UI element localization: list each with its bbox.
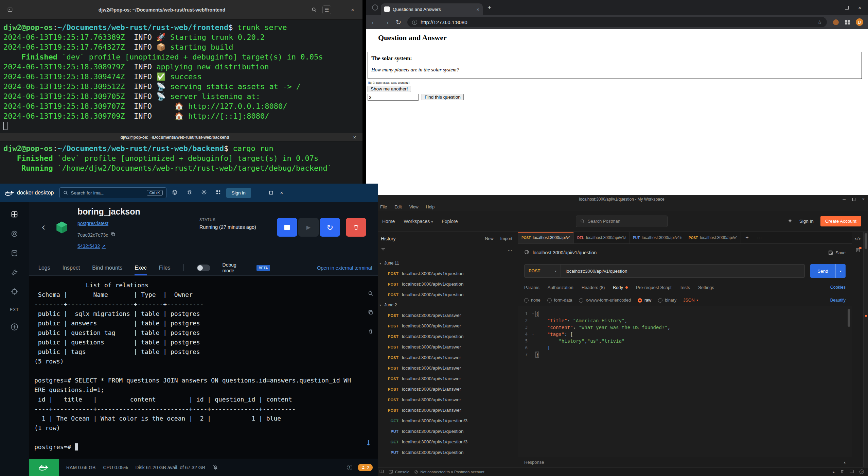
debug-mode-toggle[interactable] [197, 265, 210, 271]
request-subtab-pre-request-script[interactable]: Pre-request Script [636, 285, 672, 290]
open-external-terminal-link[interactable]: Open in external terminal [317, 265, 372, 271]
create-account-button[interactable]: Create Account [820, 216, 861, 226]
docker-search-input[interactable]: Search for ima... Ctrl+K [59, 187, 166, 198]
code-snippet-icon[interactable]: </> [854, 237, 861, 241]
sidebar-dev-environments-icon[interactable] [11, 288, 18, 296]
request-tab[interactable]: PUTlocalhost:3000/api/v1/qu... [630, 232, 685, 243]
delete-button[interactable] [346, 218, 366, 237]
request-tab[interactable]: POSTlocalhost:3000/api/v1/a... [685, 232, 741, 243]
nav-explore[interactable]: Explore [442, 219, 458, 224]
container-port-link[interactable]: 5432:5432 ↗ [77, 243, 106, 249]
body-mode-form-data[interactable]: form-data [547, 298, 572, 303]
terminal-search-icon[interactable] [368, 289, 373, 299]
profile-avatar[interactable]: D [856, 18, 863, 26]
terminal1-content[interactable]: djw2@pop-os:~/Documents/web-rust/rust-we… [0, 20, 362, 134]
sidebar-images-icon[interactable] [11, 230, 18, 239]
url-bar[interactable]: i http://127.0.0.1:8080 ☆ [407, 17, 827, 27]
menu-view[interactable]: View [409, 205, 419, 209]
new-button[interactable]: New [485, 236, 494, 241]
history-item[interactable]: GETlocalhost:3000/api/v1/question/3 [375, 415, 518, 426]
body-mode-raw[interactable]: raw [638, 298, 651, 303]
split-pane-icon[interactable] [850, 469, 854, 474]
extensions-menu-icon[interactable] [845, 20, 850, 24]
console-button[interactable]: Console [389, 470, 409, 474]
postman-close-button[interactable]: × [862, 197, 865, 202]
menu-file[interactable]: File [380, 205, 387, 209]
docker-maximize-button[interactable] [269, 191, 273, 194]
history-item[interactable]: POSTlocalhost:3000/api/v1/answer [375, 321, 518, 331]
history-item[interactable]: POSTlocalhost:3000/api/v1/answer [375, 342, 518, 352]
engine-status-indicator[interactable] [29, 459, 59, 476]
sidebar-builds-icon[interactable] [11, 269, 18, 277]
runner-icon[interactable]: ▸ [833, 470, 835, 474]
restart-button[interactable]: ↻ [320, 218, 340, 237]
site-info-icon[interactable]: i [412, 20, 417, 25]
save-button[interactable]: Save [828, 250, 846, 255]
docker-minimize-button[interactable]: ─ [259, 190, 262, 196]
docker-tab-files[interactable]: Files [159, 260, 171, 275]
history-group-header[interactable]: ▾June 11 [375, 258, 518, 268]
language-select[interactable]: JSON▾ [683, 298, 698, 303]
settings-gear-icon[interactable] [201, 189, 207, 197]
menu-help[interactable]: Help [426, 205, 435, 209]
tab-close-icon[interactable]: × [476, 6, 479, 12]
postman-sign-in-button[interactable]: Sign In [799, 219, 814, 224]
extension-icon[interactable] [833, 19, 839, 25]
nav-workspaces[interactable]: Workspaces▾ [404, 219, 433, 224]
back-icon[interactable]: ← [371, 18, 377, 26]
browser-maximize-button[interactable] [845, 6, 849, 10]
terminal1-search-icon[interactable] [309, 5, 318, 14]
menu-edit[interactable]: Edit [394, 205, 402, 209]
response-expand-icon[interactable]: ▴ [844, 460, 846, 464]
bookmark-star-icon[interactable]: ☆ [817, 19, 822, 26]
send-options-caret[interactable]: ▾ [835, 264, 846, 278]
request-subtab-settings[interactable]: Settings [698, 285, 714, 290]
question-id-input[interactable] [368, 94, 419, 101]
terminal2-titlebar[interactable]: djw2@pop-os: ~/Documents/web-rust/rust-w… [0, 133, 362, 141]
sidebar-toggle-icon[interactable] [379, 469, 384, 474]
postman-minimize-button[interactable]: ─ [843, 197, 846, 202]
container-image-link[interactable]: postgres:latest [77, 221, 108, 226]
request-subtab-tests[interactable]: Tests [680, 285, 690, 290]
forward-icon[interactable]: → [383, 18, 390, 26]
docker-tab-bind-mounts[interactable]: Bind mounts [92, 260, 122, 275]
show-another-button[interactable]: Show me another! [368, 86, 411, 92]
docker-close-button[interactable]: × [280, 190, 283, 196]
body-mode-x-www-form-urlencoded[interactable]: x-www-form-urlencoded [579, 298, 631, 303]
history-item[interactable]: POSTlocalhost:3000/api/v1/answer [375, 394, 518, 405]
filter-icon[interactable] [381, 248, 386, 253]
docker-sign-in-button[interactable]: Sign in [226, 188, 251, 198]
request-subtab-authorization[interactable]: Authorization [548, 285, 573, 290]
body-mode-binary[interactable]: binary [658, 298, 676, 303]
add-request-tab-button[interactable]: + [741, 232, 753, 243]
history-item[interactable]: POSTlocalhost:3000/api/v1/answer [375, 310, 518, 321]
request-tab[interactable]: POSTlocalhost:3000/api/v1/q... [518, 232, 574, 243]
apps-grid-icon[interactable] [216, 190, 221, 196]
editor-scrollbar[interactable] [848, 309, 850, 327]
sidebar-containers-icon[interactable] [11, 211, 18, 219]
terminal1-titlebar[interactable]: djw2@pop-os: ~/Documents/web-rust/rust-w… [0, 0, 362, 20]
terminal-copy-icon[interactable] [368, 308, 373, 318]
nav-home[interactable]: Home [382, 219, 395, 224]
find-question-button[interactable]: Find this question [422, 94, 464, 100]
body-mode-none[interactable]: none [524, 298, 541, 303]
browser-tab[interactable]: Questions and Answers × [381, 3, 483, 15]
help-icon[interactable]: ? [860, 470, 864, 474]
beautify-link[interactable]: Beautify [830, 298, 846, 303]
request-subtab-body[interactable]: Body [613, 285, 628, 290]
docker-tab-inspect[interactable]: Inspect [63, 260, 80, 275]
terminal2-close-button[interactable]: × [350, 133, 359, 142]
notifications-muted-icon[interactable] [213, 464, 218, 471]
request-subtab-params[interactable]: Params [524, 285, 539, 290]
send-button[interactable]: Send [810, 264, 835, 278]
bug-report-icon[interactable] [187, 189, 192, 197]
postman-maximize-button[interactable] [852, 198, 855, 201]
postman-titlebar[interactable]: localhost:3000/api/v1/question - My Work… [375, 195, 868, 203]
new-tab-button[interactable]: + [488, 4, 492, 12]
info-icon[interactable]: ! [347, 465, 352, 470]
exec-terminal[interactable]: List of relations Schema | Name | Type |… [29, 276, 378, 459]
start-button[interactable]: ▶ [298, 218, 319, 237]
trash-icon[interactable] [840, 470, 844, 474]
stop-button[interactable] [277, 218, 297, 237]
reload-icon[interactable]: ↻ [396, 18, 401, 26]
